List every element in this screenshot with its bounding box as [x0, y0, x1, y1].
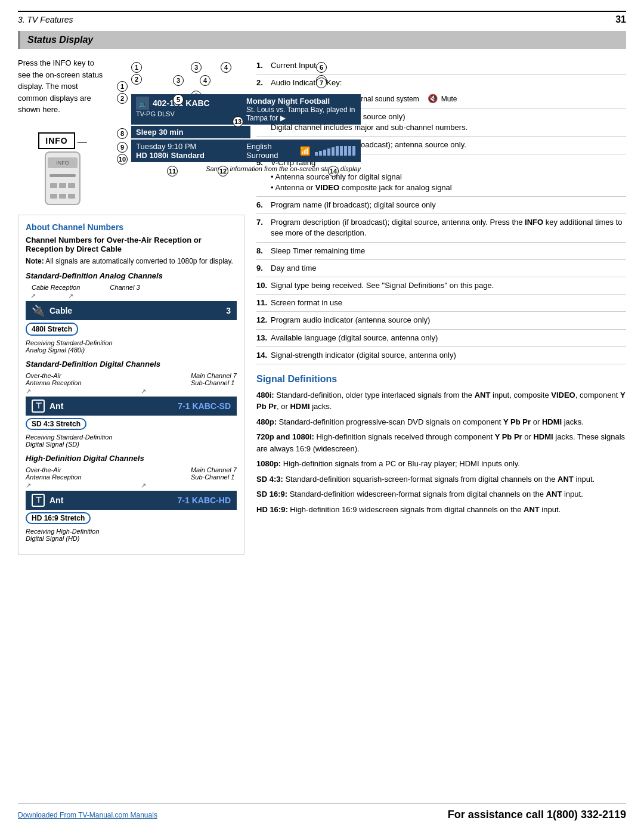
- digital-hd-bar-label: Ant: [49, 496, 63, 505]
- analog-bar-ch: 3: [226, 306, 231, 315]
- callout-pos-9: 9: [117, 142, 128, 153]
- list-item-8: 8. Sleep Timer remaining time: [256, 243, 626, 260]
- callout-1: 1: [131, 62, 142, 73]
- signal-hd169: HD 16:9: High-definition 16:9 widescreen…: [256, 504, 626, 516]
- about-channels-title: About Channel Numbers: [26, 222, 237, 232]
- digital-hd-label-left: Over-the-AirAntenna Reception: [26, 466, 82, 481]
- list-item-14: 14. Signal-strength indicator (digital s…: [256, 347, 626, 364]
- analog-bar-text1: Cable: [49, 306, 72, 315]
- callout-4: 4: [221, 62, 231, 73]
- digital-sd-channel-bar: ⊤ Ant 7-1 KABC-SD: [26, 397, 237, 416]
- about-channels-box: About Channel Numbers Channel Numbers fo…: [18, 215, 244, 555]
- osd-rating: TV-PG DLSV: [136, 110, 237, 117]
- digital-sd-label-right: Main Channel 7Sub-Channel 1: [191, 372, 237, 386]
- list-item-12: 12. Program audio indicator (antenna sou…: [256, 312, 626, 329]
- item-text-7: Program description (if broadcast); digi…: [271, 217, 626, 239]
- term-1080p: 1080p:: [256, 459, 281, 468]
- osd-signal-strength: 📶: [295, 140, 361, 162]
- digital-hd-bar-ch: 7-1 KABC-HD: [178, 496, 231, 505]
- section-title: Status Display: [18, 31, 626, 49]
- digital-sd-label-left: Over-the-AirAntenna Reception: [26, 372, 82, 386]
- callout-pos-5: 5: [173, 94, 184, 105]
- page-container: 3. TV Features 31 Status Display Press t…: [0, 0, 644, 833]
- item-text-14: Signal-strength indicator (digital sourc…: [271, 350, 456, 361]
- osd-audio-type: Surround: [246, 151, 290, 160]
- list-item-10: 10. Signal type being received. See "Sig…: [256, 277, 626, 295]
- about-channels-subtitle: Channel Numbers for Over-the-Air Recepti…: [26, 236, 237, 253]
- digital-sd-title: Standard-Definition Digital Channels: [26, 360, 237, 368]
- signal-sd169: SD 16:9: Standard-definition widescreen-…: [256, 488, 626, 500]
- osd-datetime-panel: Tuesday 9:10 PM HD 1080i Standard: [131, 140, 242, 162]
- analog-format-badge: 480i Stretch: [26, 323, 78, 336]
- analog-label-cable: Cable Reception: [32, 284, 80, 291]
- mute-icon: 🔇: [428, 93, 438, 105]
- list-item-13: 13. Available language (digital source, …: [256, 330, 626, 347]
- osd-sleep-row: Sleep 30 min: [131, 126, 250, 138]
- item-num-14: 14.: [256, 350, 267, 361]
- item-text-8: Sleep Timer remaining time: [271, 246, 365, 256]
- digital-sd-bar-label: Ant: [49, 401, 63, 411]
- term-sd43: SD 4:3:: [256, 475, 283, 484]
- list-item-9: 9. Day and time: [256, 260, 626, 277]
- signal-720p-1080i: 720p and 1080i: High-definition signals …: [256, 431, 626, 454]
- remote-diagram: INFO: [45, 151, 80, 205]
- item-num-13: 13.: [256, 333, 267, 343]
- analog-channels-title: Standard-Definition Analog Channels: [26, 271, 237, 280]
- digital-hd-title: High-Definition Digital Channels: [26, 454, 237, 463]
- item-text-9: Day and time: [271, 263, 317, 274]
- digital-sd-bar-ch: 7-1 KABC-SD: [178, 401, 231, 411]
- osd-format: HD 1080i Standard: [136, 151, 237, 160]
- callout-pos-3: 3: [173, 75, 184, 86]
- term-sd169: SD 16:9:: [256, 490, 287, 498]
- footer-bar: Downloaded From TV-Manual.com Manuals Fo…: [18, 803, 626, 821]
- status-diagram-area: Press the INFO key to see the on-screen …: [18, 57, 244, 205]
- signal-1080p: 1080p: High-definition signals from a PC…: [256, 458, 626, 470]
- note-label: Note:: [26, 257, 44, 265]
- note-text: All signals are automatically converted …: [45, 257, 233, 265]
- callout-pos-1: 1: [117, 81, 128, 92]
- about-note: Note: All signals are automatically conv…: [26, 257, 237, 265]
- info-button: INFO: [38, 132, 75, 149]
- ant-icon-sd: ⊤: [32, 400, 45, 413]
- item-num-10: 10.: [256, 280, 267, 291]
- footer-link[interactable]: Downloaded From TV-Manual.com Manuals: [18, 811, 157, 819]
- left-column: Press the INFO key to see the on-screen …: [18, 57, 244, 564]
- signal-480i: 480i: Standard-definition, older type in…: [256, 389, 626, 413]
- callout-pos-10: 10: [117, 154, 128, 165]
- osd-lang: English: [246, 142, 290, 151]
- page-number: 31: [615, 14, 626, 25]
- callout-pos-7: 7: [316, 78, 327, 88]
- analog-receiving-text: Receiving Standard-DefinitionAnalog Sign…: [26, 339, 237, 354]
- item-num-8: 8.: [256, 246, 267, 256]
- term-480i: 480i:: [256, 391, 274, 400]
- chapter-title: 3. TV Features: [18, 15, 73, 24]
- digital-hd-label-right: Main Channel 7Sub-Channel 1: [191, 466, 237, 481]
- callout-pos-8: 8: [117, 128, 128, 139]
- digital-hd-channel-bar: ⊤ Ant 7-1 KABC-HD: [26, 491, 237, 510]
- osd-callout-text: Sample information from the on-screen st…: [131, 165, 361, 174]
- analog-label-ch: Channel 3: [110, 284, 140, 291]
- term-720p-1080i: 720p and 1080i:: [256, 432, 314, 441]
- callout-3: 3: [191, 62, 202, 73]
- item-text-13: Available language (digital source, ante…: [271, 333, 438, 343]
- item-text-11: Screen format in use: [271, 298, 342, 308]
- main-content: Press the INFO key to see the on-screen …: [18, 57, 626, 564]
- signal-definitions-section: Signal Definitions 480i: Standard-defini…: [256, 374, 626, 516]
- callout-6: 6: [316, 62, 327, 73]
- callout-pos-14: 14: [328, 166, 339, 176]
- osd-audio-panel: English Surround: [242, 140, 295, 162]
- digital-hd-format-badge: HD 16:9 Stretch: [26, 512, 91, 524]
- item-num-11: 11.: [256, 298, 267, 308]
- page-header: 3. TV Features 31: [18, 11, 626, 25]
- term-480p: 480p:: [256, 417, 277, 426]
- intro-text: Press the INFO key to see the on-screen …: [18, 57, 107, 116]
- info-remote-area: INFO — INFO: [18, 132, 107, 205]
- digital-hd-receiving: Receiving High-DefinitionDigital Signal …: [26, 528, 237, 542]
- osd-program-title: Monday Night Football: [246, 97, 356, 106]
- digital-sd-format-badge: SD 4:3 Stretch: [26, 418, 86, 430]
- item-text-12: Program audio indicator (antenna source …: [271, 315, 430, 326]
- signal-sd43: SD 4:3: Standard-definition squarish-scr…: [256, 473, 626, 485]
- callout-pos-13: 13: [233, 116, 243, 127]
- osd-program-desc: St. Louis vs. Tampa Bay, played in Tampa…: [246, 106, 356, 122]
- osd-program-panel: Monday Night Football St. Louis vs. Tamp…: [242, 94, 361, 125]
